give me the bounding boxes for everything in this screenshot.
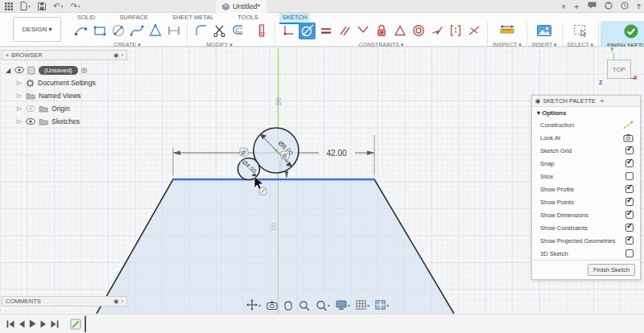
tangent-constraint-badge[interactable] (240, 148, 248, 156)
checkbox-show-constraints[interactable] (625, 224, 634, 232)
polygon-icon[interactable] (147, 23, 163, 39)
display-settings-icon[interactable]: ▾ (336, 300, 350, 310)
browser-item-sketches[interactable]: ▷ Sketches (5, 115, 127, 128)
circle-icon[interactable] (109, 23, 126, 39)
visibility-eye-icon[interactable] (26, 118, 35, 125)
smooth-constraint-icon[interactable] (465, 23, 482, 39)
help-icon[interactable]: ? (637, 2, 642, 10)
browser-item-document-settings[interactable]: ▷ Document Settings (5, 76, 127, 89)
symmetry-constraint-icon[interactable] (391, 23, 408, 39)
zoom-window-icon[interactable]: ▾ (316, 300, 330, 310)
timeline-play-icon[interactable] (29, 319, 36, 328)
expand-icon[interactable]: ▷ (16, 92, 23, 99)
line-icon[interactable] (72, 23, 89, 39)
redo-icon[interactable]: ↷▾ (70, 2, 80, 10)
visibility-eye-icon[interactable] (14, 67, 24, 73)
checkbox-sketch-grid[interactable] (625, 146, 634, 154)
checkbox-show-profile[interactable] (625, 185, 634, 193)
expand-icon[interactable]: ▷ (16, 118, 23, 125)
circle-center-point[interactable] (275, 150, 278, 152)
design-workspace-menu[interactable]: DESIGN ▾ (13, 17, 61, 42)
checkbox-show-projected-geometries[interactable] (625, 236, 634, 245)
equal-constraint-icon[interactable] (317, 23, 334, 39)
document-tab[interactable]: Untitled* (216, 0, 266, 13)
expand-root-icon[interactable]: ◢ (5, 67, 11, 74)
timeline-position-marker[interactable] (85, 316, 86, 332)
app-grid-icon[interactable] (5, 2, 13, 10)
visibility-eye-icon-off[interactable] (26, 105, 35, 112)
browser-item-named-views[interactable]: ▷ Named Views (5, 89, 127, 102)
timeline-go-end-icon[interactable] (51, 320, 59, 328)
panel-expand-icon[interactable]: › (122, 298, 123, 304)
pan-hand-icon[interactable] (283, 300, 293, 310)
select-icon[interactable] (572, 23, 588, 39)
tangent-constraint-icon[interactable] (299, 23, 316, 39)
comments-bubble-icon[interactable] (588, 2, 597, 11)
new-tab-icon[interactable]: + (574, 2, 579, 11)
timeline-go-start-icon[interactable] (6, 320, 14, 328)
look-at-icon[interactable] (623, 134, 634, 142)
construction-icon[interactable] (623, 121, 634, 130)
collapse-panel-icon[interactable]: « (6, 52, 9, 58)
coincident-constraint-icon[interactable] (280, 23, 297, 39)
collinear-constraint-icon[interactable] (447, 23, 464, 39)
document-cube-icon (222, 3, 229, 10)
sketch-palette-header[interactable]: ◉ SKETCH PALETTE » (532, 96, 640, 107)
zoom-icon[interactable] (299, 300, 310, 310)
perpendicular-constraint-icon[interactable] (354, 23, 371, 39)
close-tab-icon[interactable]: × (561, 2, 566, 11)
viewports-icon[interactable]: ▾ (375, 300, 389, 310)
save-icon[interactable] (38, 2, 46, 10)
sketch-dimension-icon[interactable]: 999 (253, 23, 270, 39)
insert-image-icon[interactable] (536, 23, 553, 39)
parallel-constraint-icon[interactable] (336, 23, 353, 39)
notifications-clock-icon[interactable] (621, 2, 629, 11)
checkbox-3d-sketch[interactable] (625, 249, 634, 257)
rectangle-icon[interactable] (91, 23, 108, 39)
panel-expand-icon[interactable]: › (122, 52, 123, 58)
checkbox-snap[interactable] (625, 159, 634, 167)
panel-options-icon[interactable]: ◉ (114, 51, 119, 59)
spline-icon[interactable] (128, 23, 145, 39)
options-section-header[interactable]: ▾ Options (532, 107, 640, 118)
checkbox-show-points[interactable] (625, 198, 634, 206)
undo-icon[interactable]: ↶▾ (53, 2, 63, 10)
grid-settings-icon[interactable]: ▾ (356, 300, 369, 310)
checkbox-slice[interactable] (625, 172, 634, 180)
trim-scissors-icon[interactable] (211, 23, 228, 39)
viewcube[interactable]: TOP (607, 60, 631, 79)
fix-unfix-constraint-icon[interactable] (373, 23, 390, 39)
option-label: Show Profile (540, 186, 574, 193)
option-label: Construction (540, 121, 574, 129)
timeline-step-forward-icon[interactable] (40, 320, 47, 328)
orbit-icon[interactable]: ▾ (246, 299, 261, 310)
timeline-sketch-feature-icon[interactable] (70, 318, 82, 330)
slot-icon[interactable] (165, 23, 182, 39)
file-menu-icon[interactable]: ▾ (20, 2, 31, 10)
expand-icon[interactable]: ▷ (16, 80, 23, 86)
expand-icon[interactable]: ▷ (16, 105, 23, 112)
root-document-name[interactable]: (Unsaved) (39, 66, 78, 75)
browser-header[interactable]: « BROWSER ◉ › (2, 50, 127, 60)
timeline-step-back-icon[interactable] (19, 320, 25, 328)
midpoint-constraint-icon[interactable] (428, 23, 445, 39)
panel-options-icon[interactable]: ◉ (114, 298, 119, 305)
finish-sketch-palette-button[interactable]: Finish Sketch (588, 264, 635, 276)
concentric-constraint-icon[interactable] (410, 23, 427, 39)
job-status-icon[interactable] (605, 2, 613, 11)
look-at-nav-icon[interactable] (266, 301, 278, 310)
profile-region[interactable] (97, 179, 454, 314)
browser-item-origin[interactable]: ▷ Origin (5, 102, 127, 115)
ground-target-icon[interactable]: ◎ (81, 66, 88, 74)
fillet-icon[interactable] (192, 23, 209, 39)
comments-header[interactable]: COMMENTS ◉ › (2, 296, 127, 306)
group-constraints: CONSTRAINTS ▾ (277, 21, 485, 48)
tangent-constraint-badge[interactable] (281, 151, 289, 159)
palette-option-show-constraints: Show Constraints (532, 221, 640, 234)
measure-icon[interactable] (498, 23, 515, 39)
checkbox-show-dimensions[interactable] (625, 211, 634, 219)
dimension-width-value[interactable]: 42.00 (326, 149, 346, 158)
panel-collapse-right-icon[interactable]: » (601, 97, 604, 105)
browser-root-row[interactable]: ◢ (Unsaved) ◎ (5, 64, 127, 76)
offset-icon[interactable] (229, 23, 246, 39)
